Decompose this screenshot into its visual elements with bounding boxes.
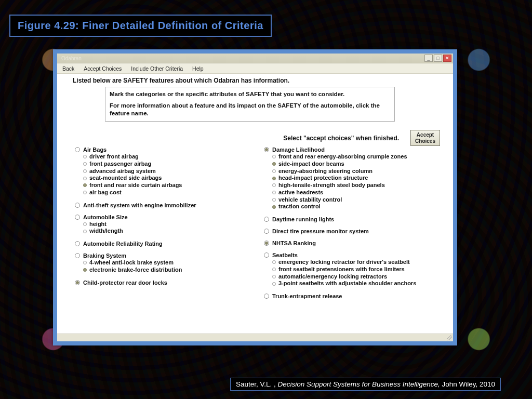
category-header[interactable]: Automobile Size bbox=[75, 214, 254, 220]
subattribute-label[interactable]: emergency locking retractor for driver's… bbox=[278, 259, 410, 266]
subattribute-label[interactable]: high-tensile-strength steel body panels bbox=[278, 182, 385, 189]
category-label[interactable]: Braking System bbox=[83, 252, 126, 259]
minimize-icon[interactable]: _ bbox=[424, 55, 433, 62]
menu-back[interactable]: Back bbox=[62, 65, 74, 72]
subattribute-label[interactable]: energy-absorbing steering column bbox=[278, 168, 373, 175]
subattribute-label[interactable]: advanced airbag system bbox=[89, 168, 156, 175]
subattribute-label[interactable]: vehicle stability control bbox=[278, 196, 342, 204]
category-radio[interactable] bbox=[75, 241, 80, 246]
subattribute-bullet[interactable] bbox=[272, 183, 276, 187]
subattribute-label[interactable]: electronic brake-force distribution bbox=[89, 267, 182, 274]
category-label[interactable]: Daytime running lights bbox=[272, 216, 334, 222]
subattribute-label[interactable]: front and rear energy-absorbing crumple … bbox=[278, 153, 407, 161]
category-header[interactable]: Daytime running lights bbox=[264, 216, 443, 222]
category-radio[interactable] bbox=[264, 252, 269, 258]
subattribute-label[interactable]: 4-wheel anti-lock brake system bbox=[89, 259, 174, 267]
category-radio[interactable] bbox=[75, 203, 80, 208]
category-label[interactable]: Air Bags bbox=[83, 147, 107, 153]
subattribute-bullet[interactable] bbox=[83, 162, 87, 166]
menu-accept-choices[interactable]: Accept Choices bbox=[84, 65, 122, 72]
subattribute-bullet[interactable] bbox=[272, 169, 276, 173]
subattribute-item[interactable]: seat-mounted side airbags bbox=[83, 175, 254, 182]
subattribute-label[interactable]: front and rear side curtain airbags bbox=[89, 182, 182, 189]
subattribute-label[interactable]: active headrests bbox=[278, 189, 323, 196]
subattribute-item[interactable]: front and rear side curtain airbags bbox=[83, 182, 254, 189]
menu-help[interactable]: Help bbox=[192, 65, 204, 72]
subattribute-label[interactable]: driver front airbag bbox=[89, 153, 139, 161]
maximize-icon[interactable]: □ bbox=[434, 55, 442, 62]
subattribute-bullet[interactable] bbox=[272, 275, 276, 278]
subattribute-label[interactable]: automatic/emergency locking retractors bbox=[278, 273, 387, 281]
category-label[interactable]: Child-protector rear door locks bbox=[83, 280, 167, 286]
category-label[interactable]: Automobile Reliability Rating bbox=[83, 241, 163, 247]
subattribute-item[interactable]: automatic/emergency locking retractors bbox=[272, 273, 443, 281]
subattribute-bullet[interactable] bbox=[272, 260, 276, 264]
category-header[interactable]: Automobile Reliability Rating bbox=[75, 241, 254, 247]
subattribute-item[interactable]: electronic brake-force distribution bbox=[83, 267, 254, 274]
category-radio[interactable] bbox=[264, 241, 269, 246]
subattribute-item[interactable]: front passenger airbag bbox=[83, 161, 254, 168]
subattribute-item[interactable]: emergency locking retractor for driver's… bbox=[272, 259, 443, 266]
subattribute-bullet[interactable] bbox=[272, 198, 276, 202]
subattribute-bullet[interactable] bbox=[83, 222, 87, 226]
subattribute-label[interactable]: width/length bbox=[89, 228, 123, 235]
subattribute-bullet[interactable] bbox=[272, 155, 276, 158]
category-radio[interactable] bbox=[75, 253, 80, 258]
subattribute-bullet[interactable] bbox=[83, 230, 87, 233]
subattribute-item[interactable]: advanced airbag system bbox=[83, 168, 254, 175]
category-header[interactable]: Air Bags bbox=[75, 147, 254, 153]
category-label[interactable]: Anti-theft system with engine immobilize… bbox=[83, 202, 196, 208]
subattribute-label[interactable]: front passenger airbag bbox=[89, 161, 151, 168]
subattribute-bullet[interactable] bbox=[83, 191, 87, 194]
subattribute-bullet[interactable] bbox=[272, 268, 276, 271]
category-radio[interactable] bbox=[264, 217, 269, 222]
subattribute-label[interactable]: seat-mounted side airbags bbox=[89, 175, 162, 182]
subattribute-item[interactable]: active headrests bbox=[272, 189, 443, 196]
subattribute-item[interactable]: vehicle stability control bbox=[272, 196, 443, 204]
subattribute-item[interactable]: traction control bbox=[272, 203, 443, 210]
category-radio[interactable] bbox=[264, 294, 269, 299]
subattribute-bullet[interactable] bbox=[83, 169, 87, 173]
category-header[interactable]: Child-protector rear door locks bbox=[75, 280, 254, 286]
category-radio[interactable] bbox=[264, 229, 269, 234]
subattribute-bullet[interactable] bbox=[272, 177, 276, 180]
subattribute-bullet[interactable] bbox=[83, 261, 87, 264]
subattribute-bullet[interactable] bbox=[83, 155, 87, 158]
subattribute-item[interactable]: 4-wheel anti-lock brake system bbox=[83, 259, 254, 267]
category-header[interactable]: NHTSA Ranking bbox=[264, 240, 443, 246]
subattribute-label[interactable]: front seatbelt pretensioners with force … bbox=[278, 266, 405, 273]
subattribute-bullet[interactable] bbox=[272, 162, 276, 166]
category-label[interactable]: Seatbelts bbox=[272, 252, 298, 258]
category-label[interactable]: Automobile Size bbox=[83, 214, 128, 220]
subattribute-bullet[interactable] bbox=[272, 191, 276, 194]
category-radio[interactable] bbox=[75, 280, 80, 285]
accept-choices-button[interactable]: Accept Choices bbox=[410, 130, 440, 146]
subattribute-bullet[interactable] bbox=[272, 282, 276, 286]
subattribute-bullet[interactable] bbox=[83, 183, 87, 187]
category-header[interactable]: Trunk-entrapment release bbox=[264, 293, 443, 299]
category-radio[interactable] bbox=[264, 147, 269, 152]
subattribute-label[interactable]: head-impact protection structure bbox=[278, 175, 368, 182]
category-label[interactable]: Damage Likelihood bbox=[272, 147, 325, 153]
category-label[interactable]: Direct tire pressure monitor system bbox=[272, 228, 369, 234]
menu-include-other-criteria[interactable]: Include Other Criteria bbox=[131, 65, 183, 72]
subattribute-label[interactable]: traction control bbox=[278, 203, 321, 210]
subattribute-label[interactable]: side-impact door beams bbox=[278, 161, 344, 168]
subattribute-item[interactable]: high-tensile-strength steel body panels bbox=[272, 182, 443, 189]
category-radio[interactable] bbox=[75, 215, 80, 220]
category-label[interactable]: NHTSA Ranking bbox=[272, 240, 316, 246]
category-header[interactable]: Seatbelts bbox=[264, 252, 443, 258]
category-header[interactable]: Braking System bbox=[75, 252, 254, 259]
subattribute-item[interactable]: front seatbelt pretensioners with force … bbox=[272, 266, 443, 273]
subattribute-item[interactable]: 3-point seatbelts with adjustable should… bbox=[272, 280, 443, 287]
subattribute-label[interactable]: height bbox=[89, 221, 107, 228]
subattribute-item[interactable]: front and rear energy-absorbing crumple … bbox=[272, 153, 443, 161]
subattribute-item[interactable]: height bbox=[83, 221, 254, 228]
subattribute-item[interactable]: head-impact protection structure bbox=[272, 175, 443, 182]
subattribute-item[interactable]: side-impact door beams bbox=[272, 161, 443, 168]
close-icon[interactable]: ✕ bbox=[443, 55, 451, 62]
subattribute-item[interactable]: energy-absorbing steering column bbox=[272, 168, 443, 175]
subattribute-item[interactable]: air bag cost bbox=[83, 189, 254, 196]
subattribute-bullet[interactable] bbox=[83, 268, 87, 272]
subattribute-item[interactable]: driver front airbag bbox=[83, 153, 254, 161]
